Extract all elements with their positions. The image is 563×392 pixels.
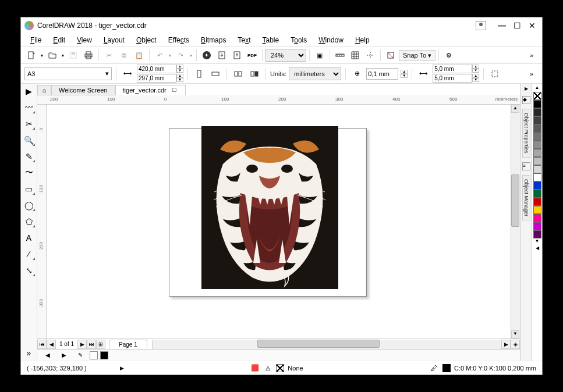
rectangle-tool[interactable]: ▭ (23, 183, 36, 195)
crop-tool[interactable]: ✂ (23, 117, 36, 130)
menu-window[interactable]: Window (314, 35, 348, 45)
new-dropdown[interactable]: ▾ (40, 53, 44, 58)
publish-pdf-button[interactable]: PDF (245, 48, 259, 62)
polygon-tool[interactable]: ⬠ (23, 215, 36, 228)
shape-tool[interactable]: 〰 (23, 101, 36, 114)
menu-file[interactable]: FFileile (26, 35, 46, 45)
maximize-button[interactable]: ☐ (511, 20, 523, 31)
snap-to-button[interactable]: Snap To ▾ (399, 50, 435, 61)
redo-dropdown[interactable]: ▾ (189, 53, 193, 58)
palette-flyout-button[interactable]: ◀ (533, 245, 541, 252)
color-swatch[interactable] (533, 149, 541, 157)
color-swatch[interactable] (533, 198, 541, 206)
docker-expand-icon[interactable]: ▶ (525, 86, 528, 91)
open-button[interactable] (45, 48, 59, 62)
ruler-horizontal[interactable]: 200 100 0 100 200 300 400 500 millimeter… (37, 95, 520, 105)
copy-button[interactable]: ⧉ (117, 48, 131, 62)
menu-help[interactable]: Help (350, 35, 374, 45)
tiger-artwork[interactable] (201, 126, 338, 289)
show-grid-button[interactable] (348, 48, 362, 62)
scroll-up-button[interactable]: ▲ (511, 105, 519, 113)
palette-down-button[interactable]: ▼ (533, 238, 541, 245)
propbar-overflow-button[interactable]: » (525, 67, 539, 81)
color-swatch[interactable] (533, 100, 541, 108)
tab-welcome[interactable]: Welcome Screen (51, 85, 115, 95)
menu-effects[interactable]: Effects (164, 35, 194, 45)
paste-button[interactable]: 📋 (132, 48, 146, 62)
search-content-button[interactable]: ✦ (200, 48, 214, 62)
connector-tool[interactable]: ⤡ (23, 264, 36, 277)
swatch-none[interactable] (533, 92, 541, 100)
object-properties-icon[interactable]: ◆ (522, 96, 530, 104)
fullscreen-button[interactable]: ▣ (313, 48, 327, 62)
home-tab-icon[interactable]: ⌂ (37, 85, 51, 95)
undo-button[interactable]: ↶ (153, 48, 167, 62)
nudge-down[interactable]: ▼ (401, 74, 408, 78)
show-guidelines-button[interactable] (363, 48, 377, 62)
scroll-h-thumb[interactable] (257, 340, 380, 348)
minimize-button[interactable]: — (495, 20, 508, 31)
nudge-input[interactable] (366, 68, 398, 80)
options-button[interactable]: ⚙ (442, 48, 456, 62)
current-page-button[interactable] (247, 67, 261, 81)
page-size-select[interactable]: A3▾ (24, 67, 112, 80)
account-icon[interactable] (476, 21, 486, 30)
toolbox-overflow-button[interactable]: » (23, 347, 36, 359)
color-swatch[interactable] (533, 157, 541, 165)
eyedropper-icon[interactable]: ✎ (73, 348, 87, 361)
outline-swatch[interactable] (100, 351, 108, 359)
hint-next-button[interactable]: ▶ (57, 348, 71, 361)
page-height-input[interactable] (137, 74, 176, 83)
pick-tool[interactable]: ▶ (23, 85, 36, 98)
last-page-button[interactable]: ⏭ (87, 340, 96, 349)
color-swatch[interactable] (533, 116, 541, 124)
menu-text[interactable]: Text (233, 35, 255, 45)
palette-up-button[interactable]: ▲ (533, 85, 541, 92)
prev-page-button[interactable]: ◀ (47, 340, 56, 349)
width-up[interactable]: ▲ (176, 65, 183, 69)
color-swatch[interactable] (533, 124, 541, 133)
fill-swatch[interactable] (90, 351, 98, 359)
zoom-select[interactable]: 24% (265, 49, 306, 62)
all-pages-button[interactable] (231, 67, 245, 81)
zoom-tool[interactable]: 🔍 (23, 134, 36, 147)
color-swatch[interactable] (533, 108, 541, 116)
units-select[interactable]: millimeters (289, 67, 341, 80)
text-tool[interactable]: A (23, 231, 36, 244)
scroll-right-button[interactable]: ▶ (501, 340, 511, 349)
outline-color-swatch[interactable] (442, 364, 451, 372)
docker-object-manager[interactable]: Object Manager (522, 175, 530, 220)
coords-expand-icon[interactable]: ▶ (120, 365, 124, 371)
freehand-tool[interactable]: ✎ (23, 150, 36, 163)
menu-table[interactable]: Table (258, 35, 284, 45)
import-button[interactable] (215, 48, 229, 62)
export-button[interactable] (230, 48, 244, 62)
nudge-up[interactable]: ▲ (401, 70, 408, 74)
ellipse-tool[interactable]: ◯ (23, 199, 36, 212)
page-tab[interactable]: Page 1 (109, 340, 147, 349)
undo-dropdown[interactable]: ▾ (168, 53, 172, 58)
menu-object[interactable]: Object (132, 35, 161, 45)
scrollbar-horizontal[interactable] (152, 340, 501, 349)
width-down[interactable]: ▼ (176, 69, 183, 73)
portrait-button[interactable] (192, 67, 206, 81)
tab-close-icon[interactable]: ▢ (171, 87, 178, 94)
toolbar-overflow-button[interactable]: » (525, 48, 539, 62)
color-proof-icon[interactable]: 🟥 (250, 364, 260, 373)
height-up[interactable]: ▲ (176, 74, 183, 78)
navigator-button[interactable]: ◈ (511, 340, 520, 349)
save-button[interactable] (66, 48, 80, 62)
scroll-v-thumb[interactable] (511, 174, 519, 227)
menu-layout[interactable]: Layout (99, 35, 129, 45)
color-swatch[interactable] (533, 181, 541, 190)
add-page-button[interactable]: ⊞ (96, 340, 105, 349)
fill-none-swatch[interactable] (276, 364, 284, 372)
menu-bitmaps[interactable]: Bitmaps (196, 35, 231, 45)
print-button[interactable] (82, 48, 95, 62)
page-width-input[interactable] (137, 65, 176, 73)
color-swatch[interactable] (533, 141, 541, 149)
redo-button[interactable]: ↷ (173, 48, 187, 62)
height-down[interactable]: ▼ (176, 78, 183, 82)
first-page-button[interactable]: ⏮ (37, 340, 47, 349)
scrollbar-vertical[interactable]: ▲ ▼ (511, 105, 520, 338)
